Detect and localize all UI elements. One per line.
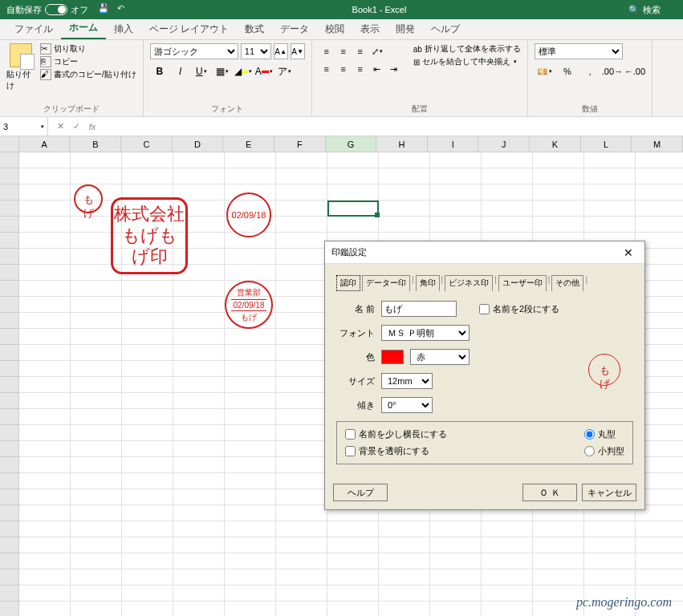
font-select[interactable]: ＭＳ Ｐ明朝 xyxy=(381,325,470,341)
row-header[interactable] xyxy=(0,602,19,616)
two-lines-checkbox[interactable]: 名前を2段にする xyxy=(479,303,559,315)
row-header[interactable] xyxy=(0,297,19,313)
name-box-input[interactable] xyxy=(3,122,40,132)
row-header[interactable] xyxy=(0,329,19,345)
tab-data[interactable]: データ xyxy=(272,19,317,39)
col-header[interactable]: M xyxy=(632,136,683,152)
angle-select[interactable]: 0° xyxy=(381,397,433,413)
row-header[interactable] xyxy=(0,281,19,297)
phonetic-button[interactable]: ア▾ xyxy=(275,63,295,80)
row-header[interactable] xyxy=(0,586,19,602)
decrease-decimal-button[interactable]: ←.00 xyxy=(624,63,645,80)
col-header[interactable]: D xyxy=(173,136,224,152)
row-header[interactable] xyxy=(0,521,19,537)
select-all-corner[interactable] xyxy=(0,136,19,152)
formula-input[interactable] xyxy=(104,117,683,136)
col-header[interactable]: B xyxy=(70,136,121,152)
ok-button[interactable]: Ｏ Ｋ xyxy=(522,484,577,501)
orientation-button[interactable]: ⤢▾ xyxy=(369,43,385,59)
stamp-round-small[interactable]: もげ xyxy=(74,184,103,213)
tab-developer[interactable]: 開発 xyxy=(388,19,423,39)
font-color-button[interactable]: A▾ xyxy=(254,63,274,80)
row-header[interactable] xyxy=(0,425,19,441)
align-middle-button[interactable]: ≡ xyxy=(335,43,352,59)
toggle-icon[interactable] xyxy=(45,4,67,15)
currency-button[interactable]: 💴▾ xyxy=(535,63,555,80)
align-center-button[interactable]: ≡ xyxy=(335,61,352,77)
tab-insert[interactable]: 挿入 xyxy=(106,19,141,39)
name-box[interactable]: ▾ xyxy=(0,117,48,136)
row-header[interactable] xyxy=(0,184,19,201)
row-header[interactable] xyxy=(0,393,19,409)
merge-center-button[interactable]: ⊞セルを結合して中央揃え▾ xyxy=(413,56,521,67)
color-select[interactable]: 赤 xyxy=(410,349,470,365)
row-header[interactable] xyxy=(0,249,19,265)
underline-button[interactable]: U▾ xyxy=(192,63,211,80)
tab-review[interactable]: 校閲 xyxy=(317,19,352,39)
row-header[interactable] xyxy=(0,377,19,393)
format-painter-button[interactable]: 🖌書式のコピー/貼り付け xyxy=(40,69,136,80)
col-header[interactable]: I xyxy=(428,136,479,152)
undo-icon[interactable]: ↶ xyxy=(117,3,130,16)
row-header[interactable] xyxy=(0,217,19,233)
oval-radio[interactable]: 小判型 xyxy=(584,445,624,457)
col-header[interactable]: J xyxy=(478,136,530,152)
align-right-button[interactable]: ≡ xyxy=(352,61,368,77)
fx-icon[interactable]: fx xyxy=(87,122,98,132)
tab-business[interactable]: ビジネス印 xyxy=(445,275,493,291)
transparent-checkbox[interactable]: 背景を透明にする xyxy=(345,445,447,457)
tab-layout[interactable]: ページ レイアウト xyxy=(141,19,237,39)
italic-button[interactable]: I xyxy=(171,63,190,80)
cancel-button[interactable]: キャンセル xyxy=(582,484,636,501)
font-size-select[interactable]: 11 xyxy=(241,43,271,59)
col-header[interactable]: H xyxy=(376,136,428,152)
two-lines-check[interactable] xyxy=(479,304,490,314)
number-format-select[interactable]: 標準 xyxy=(535,43,623,59)
paste-button[interactable]: 貼り付け xyxy=(6,43,35,102)
stamp-square[interactable]: 株式会社もげもげ印 xyxy=(111,197,188,274)
row-header[interactable] xyxy=(0,265,19,281)
row-header[interactable] xyxy=(0,361,19,377)
cancel-formula-icon[interactable]: ✕ xyxy=(55,121,66,132)
tab-ninshoin[interactable]: 認印 xyxy=(336,275,360,291)
row-header[interactable] xyxy=(0,473,19,489)
row-header[interactable] xyxy=(0,489,19,505)
fill-color-button[interactable]: ◢▾ xyxy=(234,63,253,80)
autosave-toggle[interactable]: 自動保存 オフ xyxy=(6,4,88,16)
indent-decrease-button[interactable]: ⇤ xyxy=(369,61,385,77)
wrap-text-button[interactable]: ab折り返して全体を表示する xyxy=(413,43,521,55)
align-left-button[interactable]: ≡ xyxy=(319,61,335,77)
stamp-date-round[interactable]: 02/09/18 xyxy=(226,192,271,237)
align-top-button[interactable]: ≡ xyxy=(319,43,335,59)
tab-file[interactable]: ファイル xyxy=(6,19,61,39)
tab-other[interactable]: その他 xyxy=(551,275,583,291)
increase-decimal-button[interactable]: .00→ xyxy=(602,63,623,80)
name-input[interactable] xyxy=(381,301,457,317)
row-header[interactable] xyxy=(0,233,19,249)
col-header[interactable]: K xyxy=(530,136,581,152)
stamp-dept-date[interactable]: 営業部 02/09/18 もげ xyxy=(225,281,273,329)
tab-data-in[interactable]: データー印 xyxy=(362,275,410,291)
row-header[interactable] xyxy=(0,457,19,473)
row-header[interactable] xyxy=(0,201,19,217)
chevron-down-icon[interactable]: ▾ xyxy=(41,124,44,130)
row-header[interactable] xyxy=(0,345,19,361)
tab-help[interactable]: ヘルプ xyxy=(423,19,468,39)
indent-increase-button[interactable]: ⇥ xyxy=(386,61,402,77)
tab-view[interactable]: 表示 xyxy=(352,19,388,39)
col-header[interactable]: L xyxy=(581,136,632,152)
col-header[interactable]: A xyxy=(19,136,71,152)
col-header[interactable]: G xyxy=(326,136,377,152)
help-button[interactable]: ヘルプ xyxy=(333,484,388,501)
bold-button[interactable]: B xyxy=(150,63,169,80)
round-radio[interactable]: 丸型 xyxy=(584,428,624,440)
border-button[interactable]: ▦▾ xyxy=(213,63,232,80)
col-header[interactable]: F xyxy=(274,136,326,152)
row-header[interactable] xyxy=(0,537,19,553)
col-header[interactable]: E xyxy=(223,136,274,152)
close-icon[interactable]: ✕ xyxy=(619,245,638,261)
row-header[interactable] xyxy=(0,168,19,184)
tab-kakuin[interactable]: 角印 xyxy=(416,275,440,291)
col-header[interactable]: C xyxy=(121,136,173,152)
tab-formulas[interactable]: 数式 xyxy=(237,19,272,39)
